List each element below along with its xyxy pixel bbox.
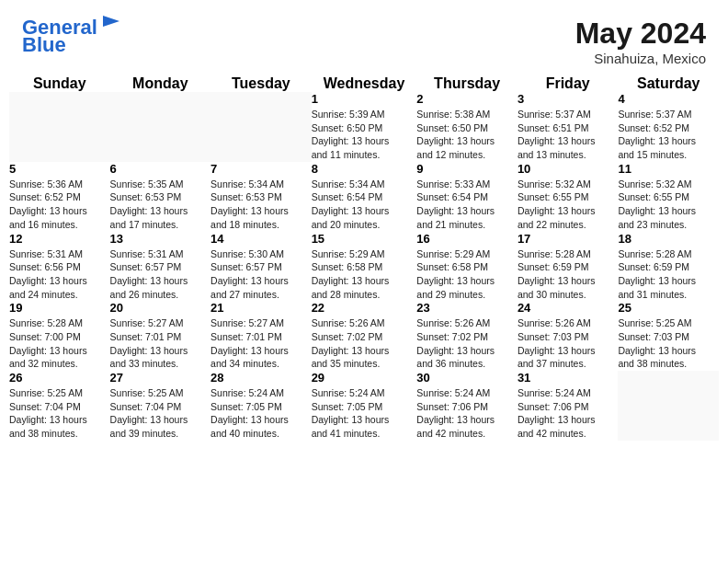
- day-number: 29: [312, 371, 417, 385]
- calendar-cell: 23Sunrise: 5:26 AM Sunset: 7:02 PM Dayli…: [416, 301, 518, 371]
- day-number: 7: [210, 162, 312, 176]
- calendar-cell: 4Sunrise: 5:37 AM Sunset: 6:52 PM Daylig…: [618, 92, 719, 162]
- day-number: 15: [312, 232, 417, 246]
- day-number: 23: [416, 301, 518, 315]
- calendar-cell: 7Sunrise: 5:34 AM Sunset: 6:53 PM Daylig…: [210, 162, 312, 232]
- calendar-cell: 20Sunrise: 5:27 AM Sunset: 7:01 PM Dayli…: [110, 301, 211, 371]
- calendar-cell: 19Sunrise: 5:28 AM Sunset: 7:00 PM Dayli…: [9, 301, 110, 371]
- day-info: Sunrise: 5:38 AM Sunset: 6:50 PM Dayligh…: [416, 108, 518, 162]
- day-info: Sunrise: 5:24 AM Sunset: 7:05 PM Dayligh…: [312, 386, 417, 441]
- day-info: Sunrise: 5:37 AM Sunset: 6:52 PM Dayligh…: [618, 108, 719, 162]
- day-info: Sunrise: 5:28 AM Sunset: 6:59 PM Dayligh…: [518, 247, 619, 302]
- calendar-cell: 22Sunrise: 5:26 AM Sunset: 7:02 PM Dayli…: [312, 301, 417, 371]
- calendar-cell: 27Sunrise: 5:25 AM Sunset: 7:04 PM Dayli…: [110, 371, 211, 441]
- day-info: Sunrise: 5:24 AM Sunset: 7:06 PM Dayligh…: [416, 386, 518, 441]
- calendar-cell: 31Sunrise: 5:24 AM Sunset: 7:06 PM Dayli…: [518, 371, 619, 441]
- calendar-cell: 2Sunrise: 5:38 AM Sunset: 6:50 PM Daylig…: [416, 92, 518, 162]
- day-info: Sunrise: 5:31 AM Sunset: 6:57 PM Dayligh…: [110, 247, 211, 302]
- day-number: 4: [618, 92, 719, 106]
- calendar-cell: 12Sunrise: 5:31 AM Sunset: 6:56 PM Dayli…: [9, 232, 110, 302]
- calendar-cell: 28Sunrise: 5:24 AM Sunset: 7:05 PM Dayli…: [210, 371, 312, 441]
- day-number: 22: [312, 301, 417, 315]
- day-info: Sunrise: 5:33 AM Sunset: 6:54 PM Dayligh…: [416, 178, 518, 232]
- day-number: 30: [416, 371, 518, 385]
- day-number: 19: [9, 301, 110, 315]
- calendar-cell: 26Sunrise: 5:25 AM Sunset: 7:04 PM Dayli…: [9, 371, 110, 441]
- calendar-cell: 24Sunrise: 5:26 AM Sunset: 7:03 PM Dayli…: [518, 301, 619, 371]
- day-number: 13: [110, 232, 211, 246]
- day-number: 27: [110, 371, 211, 385]
- calendar-cell: 25Sunrise: 5:25 AM Sunset: 7:03 PM Dayli…: [618, 301, 719, 371]
- calendar-cell: 21Sunrise: 5:27 AM Sunset: 7:01 PM Dayli…: [210, 301, 312, 371]
- calendar-cell: 14Sunrise: 5:30 AM Sunset: 6:57 PM Dayli…: [210, 232, 312, 302]
- calendar-cell: 18Sunrise: 5:28 AM Sunset: 6:59 PM Dayli…: [618, 232, 719, 302]
- day-info: Sunrise: 5:34 AM Sunset: 6:53 PM Dayligh…: [210, 178, 312, 232]
- logo-flag-icon: [99, 12, 123, 36]
- calendar-wrapper: Sunday Monday Tuesday Wednesday Thursday…: [0, 75, 728, 450]
- calendar-cell: 6Sunrise: 5:35 AM Sunset: 6:53 PM Daylig…: [110, 162, 211, 232]
- calendar-cell: 8Sunrise: 5:34 AM Sunset: 6:54 PM Daylig…: [312, 162, 417, 232]
- day-number: 8: [312, 162, 417, 176]
- day-number: 3: [518, 92, 619, 106]
- calendar-cell: 9Sunrise: 5:33 AM Sunset: 6:54 PM Daylig…: [416, 162, 518, 232]
- day-info: Sunrise: 5:31 AM Sunset: 6:56 PM Dayligh…: [9, 247, 110, 302]
- day-number: 11: [618, 162, 719, 176]
- day-number: 18: [618, 232, 719, 246]
- day-info: Sunrise: 5:25 AM Sunset: 7:03 PM Dayligh…: [618, 316, 719, 371]
- logo: General Blue: [22, 17, 123, 57]
- col-wednesday: Wednesday: [312, 75, 417, 92]
- calendar-cell: 29Sunrise: 5:24 AM Sunset: 7:05 PM Dayli…: [312, 371, 417, 441]
- col-saturday: Saturday: [618, 75, 719, 92]
- col-monday: Monday: [110, 75, 211, 92]
- day-info: Sunrise: 5:32 AM Sunset: 6:55 PM Dayligh…: [618, 178, 719, 232]
- day-info: Sunrise: 5:32 AM Sunset: 6:55 PM Dayligh…: [518, 178, 619, 232]
- header: General Blue May 2024 Sinahuiza, Mexico: [0, 0, 728, 75]
- day-info: Sunrise: 5:29 AM Sunset: 6:58 PM Dayligh…: [416, 247, 518, 302]
- day-info: Sunrise: 5:26 AM Sunset: 7:03 PM Dayligh…: [518, 316, 619, 371]
- day-number: 24: [518, 301, 619, 315]
- calendar-cell: 15Sunrise: 5:29 AM Sunset: 6:58 PM Dayli…: [312, 232, 417, 302]
- col-thursday: Thursday: [416, 75, 518, 92]
- day-info: Sunrise: 5:36 AM Sunset: 6:52 PM Dayligh…: [9, 178, 110, 232]
- title-block: May 2024 Sinahuiza, Mexico: [575, 17, 706, 66]
- day-info: Sunrise: 5:30 AM Sunset: 6:57 PM Dayligh…: [210, 247, 312, 302]
- svg-marker-0: [103, 16, 119, 27]
- calendar-cell: 3Sunrise: 5:37 AM Sunset: 6:51 PM Daylig…: [518, 92, 619, 162]
- col-friday: Friday: [518, 75, 619, 92]
- day-info: Sunrise: 5:35 AM Sunset: 6:53 PM Dayligh…: [110, 178, 211, 232]
- calendar-cell: [110, 92, 211, 162]
- calendar-header: Sunday Monday Tuesday Wednesday Thursday…: [9, 75, 719, 92]
- day-info: Sunrise: 5:37 AM Sunset: 6:51 PM Dayligh…: [518, 108, 619, 162]
- day-number: 12: [9, 232, 110, 246]
- day-number: 5: [9, 162, 110, 176]
- calendar-body: 1Sunrise: 5:39 AM Sunset: 6:50 PM Daylig…: [9, 92, 719, 441]
- day-info: Sunrise: 5:24 AM Sunset: 7:06 PM Dayligh…: [518, 386, 619, 441]
- day-number: 14: [210, 232, 312, 246]
- day-number: 16: [416, 232, 518, 246]
- calendar-cell: 17Sunrise: 5:28 AM Sunset: 6:59 PM Dayli…: [518, 232, 619, 302]
- month-year: May 2024: [575, 17, 706, 51]
- day-info: Sunrise: 5:25 AM Sunset: 7:04 PM Dayligh…: [110, 386, 211, 441]
- calendar-cell: 11Sunrise: 5:32 AM Sunset: 6:55 PM Dayli…: [618, 162, 719, 232]
- day-info: Sunrise: 5:26 AM Sunset: 7:02 PM Dayligh…: [416, 316, 518, 371]
- day-number: 28: [210, 371, 312, 385]
- day-number: 31: [518, 371, 619, 385]
- calendar-cell: 16Sunrise: 5:29 AM Sunset: 6:58 PM Dayli…: [416, 232, 518, 302]
- day-info: Sunrise: 5:28 AM Sunset: 7:00 PM Dayligh…: [9, 316, 110, 371]
- day-info: Sunrise: 5:25 AM Sunset: 7:04 PM Dayligh…: [9, 386, 110, 441]
- calendar-cell: 13Sunrise: 5:31 AM Sunset: 6:57 PM Dayli…: [110, 232, 211, 302]
- day-number: 25: [618, 301, 719, 315]
- day-info: Sunrise: 5:34 AM Sunset: 6:54 PM Dayligh…: [312, 178, 417, 232]
- calendar-cell: 5Sunrise: 5:36 AM Sunset: 6:52 PM Daylig…: [9, 162, 110, 232]
- day-info: Sunrise: 5:39 AM Sunset: 6:50 PM Dayligh…: [312, 108, 417, 162]
- day-number: 1: [312, 92, 417, 106]
- day-number: 26: [9, 371, 110, 385]
- calendar-table: Sunday Monday Tuesday Wednesday Thursday…: [9, 75, 719, 441]
- calendar-cell: [618, 371, 719, 441]
- day-info: Sunrise: 5:26 AM Sunset: 7:02 PM Dayligh…: [312, 316, 417, 371]
- calendar-cell: 10Sunrise: 5:32 AM Sunset: 6:55 PM Dayli…: [518, 162, 619, 232]
- day-info: Sunrise: 5:27 AM Sunset: 7:01 PM Dayligh…: [210, 316, 312, 371]
- day-info: Sunrise: 5:27 AM Sunset: 7:01 PM Dayligh…: [110, 316, 211, 371]
- calendar-cell: [9, 92, 110, 162]
- col-sunday: Sunday: [9, 75, 110, 92]
